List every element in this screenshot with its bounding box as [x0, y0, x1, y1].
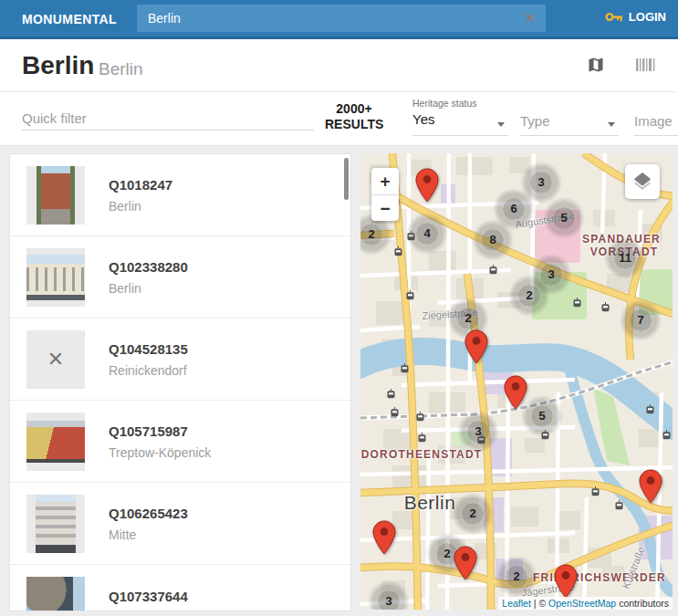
layers-control[interactable]	[625, 164, 660, 199]
tram-stop-icon	[391, 404, 399, 414]
item-thumbnail: ✕	[26, 330, 85, 389]
map-label: DOROTHEENSTADT	[361, 448, 483, 461]
tram-stop-icon	[573, 295, 581, 305]
tram-stop-icon	[406, 287, 414, 298]
list-view-icon[interactable]	[636, 58, 656, 71]
list-item[interactable]: Q106265423Mitte	[10, 483, 350, 565]
item-thumbnail	[26, 495, 85, 553]
map-cluster[interactable]: 3	[367, 579, 411, 610]
item-subtitle	[109, 611, 188, 612]
item-photo	[36, 495, 76, 553]
map-label: FRIEDRICHSWERDER	[533, 571, 666, 584]
list-item[interactable]: ✕Q104528135Reinickendorf	[10, 318, 350, 401]
item-id: Q104528135	[109, 341, 188, 357]
map-marker[interactable]	[415, 168, 439, 203]
item-photo	[26, 255, 85, 300]
login-button[interactable]: LOGIN	[605, 10, 666, 24]
topbar-accent-strip	[0, 37, 678, 39]
tram-stop-icon	[401, 360, 409, 371]
item-thumbnail	[26, 412, 85, 471]
results-count: 2000+ RESULTS	[325, 101, 383, 132]
app-brand: MONUMENTAL	[22, 12, 117, 26]
results-list: Q1018247BerlinQ102338280Berlin✕Q10452813…	[9, 153, 351, 611]
type-select-value: Type	[520, 113, 619, 129]
item-id: Q105715987	[109, 423, 211, 439]
map-zoom-control: + −	[371, 168, 399, 221]
map-cluster[interactable]: 7	[619, 298, 662, 342]
map-cluster[interactable]: 2	[507, 274, 551, 318]
tram-stop-icon	[418, 430, 426, 440]
login-label: LOGIN	[629, 10, 666, 24]
map-cluster[interactable]: 5	[542, 196, 586, 240]
map-marker[interactable]	[372, 520, 396, 555]
page-subtitle: Berlin	[99, 59, 143, 79]
item-photo	[37, 166, 75, 224]
map-cluster[interactable]: 2	[451, 492, 495, 536]
list-item[interactable]: Q102338280Berlin	[10, 236, 350, 318]
map-label: Berlin	[404, 492, 456, 514]
key-icon	[605, 11, 623, 23]
zoom-out-button[interactable]: −	[371, 194, 399, 221]
map-view-icon[interactable]	[587, 56, 605, 74]
list-scrollbar[interactable]	[344, 158, 349, 200]
item-subtitle: Berlin	[109, 281, 188, 296]
chevron-down-icon	[608, 122, 615, 127]
map-marker[interactable]	[454, 546, 477, 580]
heritage-status-label: Heritage status	[412, 98, 508, 109]
item-subtitle: Reinickendorf	[109, 363, 188, 378]
image-select-value: Image	[634, 113, 678, 129]
no-image-icon: ✕	[47, 348, 64, 371]
map-marker[interactable]	[554, 564, 578, 599]
tram-stop-icon	[601, 299, 610, 309]
item-subtitle: Mitte	[109, 527, 188, 542]
map-attribution: Leaflet | © OpenStreetMap contributors	[498, 597, 673, 610]
chevron-down-icon	[497, 122, 505, 127]
item-thumbnail	[26, 577, 85, 612]
filter-bar: 2000+ RESULTS Heritage status Yes Type I…	[0, 92, 678, 146]
page-title: Berlin	[22, 51, 94, 80]
search-clear-icon[interactable]: ✕	[520, 8, 540, 28]
item-thumbnail	[26, 166, 85, 224]
item-thumbnail	[26, 248, 85, 307]
tram-stop-icon	[591, 484, 600, 494]
item-id: Q1018247	[109, 177, 172, 193]
map-cluster[interactable]: 11	[603, 236, 647, 280]
map-marker[interactable]	[504, 375, 527, 410]
map-cluster[interactable]: 4	[405, 212, 449, 256]
image-select[interactable]: Image	[634, 98, 678, 136]
item-id: Q106265423	[109, 506, 188, 521]
map-cluster[interactable]: 3	[456, 410, 500, 454]
heritage-status-select[interactable]: Heritage status Yes	[412, 98, 508, 136]
tram-stop-icon	[662, 427, 671, 437]
leaflet-link[interactable]: Leaflet	[502, 598, 531, 609]
map[interactable]: AuguststraßeSPANDAUERVORSTADTZiegelstraß…	[360, 153, 673, 610]
search-input[interactable]	[137, 5, 546, 32]
list-item[interactable]: Q1018247Berlin	[10, 154, 350, 236]
item-photo	[26, 577, 85, 612]
list-item[interactable]: Q107337644	[10, 565, 350, 611]
item-id: Q107337644	[109, 589, 188, 604]
tram-stop-icon	[387, 386, 395, 396]
tram-stop-icon	[646, 402, 654, 412]
tram-stop-icon	[416, 409, 424, 419]
item-photo	[26, 421, 85, 463]
osm-link[interactable]: OpenStreetMap	[548, 598, 616, 609]
item-subtitle: Berlin	[109, 199, 172, 214]
heritage-status-value: Yes	[412, 111, 508, 127]
list-item[interactable]: Q105715987Treptow-Köpenick	[10, 401, 350, 483]
top-app-bar: MONUMENTAL ✕ LOGIN	[0, 0, 678, 37]
tram-stop-icon	[615, 497, 623, 507]
page-header: Berlin Berlin	[0, 39, 678, 92]
item-id: Q102338280	[109, 259, 188, 275]
map-overlays: AuguststraßeSPANDAUERVORSTADTZiegelstraß…	[360, 153, 673, 610]
map-marker[interactable]	[464, 329, 488, 364]
map-cluster[interactable]: 8	[471, 218, 515, 262]
item-subtitle: Treptow-Köpenick	[109, 445, 211, 460]
zoom-in-button[interactable]: +	[371, 168, 399, 194]
map-cluster[interactable]: 2	[495, 555, 538, 599]
tram-stop-icon	[394, 244, 402, 254]
layers-icon	[631, 171, 653, 193]
quick-filter-input[interactable]	[22, 107, 314, 131]
map-marker[interactable]	[639, 469, 662, 504]
type-select[interactable]: Type	[520, 98, 619, 136]
